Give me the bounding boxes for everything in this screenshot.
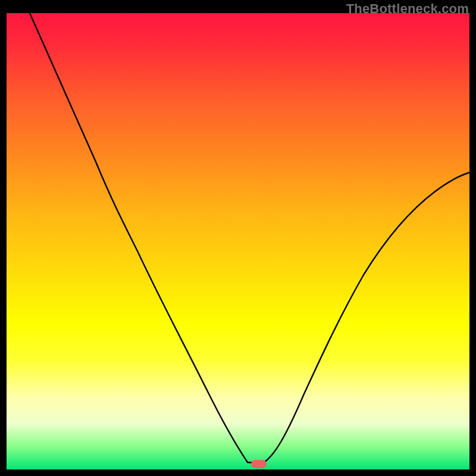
chart-frame: TheBottleneck.com bbox=[0, 0, 476, 476]
min-marker bbox=[251, 460, 267, 468]
plot-area bbox=[7, 13, 469, 469]
bottleneck-curve bbox=[7, 13, 469, 469]
watermark-text: TheBottleneck.com bbox=[346, 1, 469, 17]
curve-path bbox=[30, 13, 469, 464]
